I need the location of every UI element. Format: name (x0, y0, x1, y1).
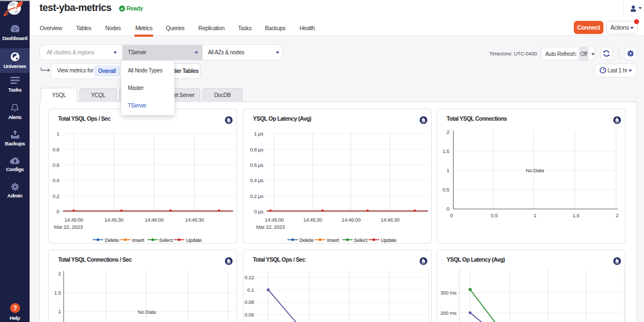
svg-text:?: ? (13, 304, 17, 312)
svg-text:0: 0 (57, 208, 59, 214)
svg-text:Mar 22, 2023: Mar 22, 2023 (54, 224, 82, 230)
svg-text:Insert: Insert (327, 237, 340, 243)
svg-text:Mar 22, 2023: Mar 22, 2023 (256, 224, 285, 230)
svg-text:14:46:30: 14:46:30 (381, 217, 400, 223)
svg-text:Update: Update (186, 237, 202, 243)
svg-text:300 ms: 300 ms (440, 290, 457, 296)
svg-text:0.12: 0.12 (245, 274, 254, 280)
svg-text:0.1: 0.1 (247, 287, 254, 293)
svg-text:Delete: Delete (300, 237, 314, 243)
svg-text:0 µs: 0 µs (254, 208, 263, 214)
svg-text:1.5: 1.5 (443, 148, 449, 154)
svg-text:14:46:30: 14:46:30 (185, 217, 204, 223)
svg-text:0.6: 0.6 (53, 162, 59, 168)
svg-text:0.8 µs: 0.8 µs (250, 146, 264, 152)
svg-text:0.4: 0.4 (53, 177, 59, 183)
svg-text:Update: Update (381, 237, 397, 243)
svg-text:1 µs: 1 µs (254, 131, 263, 137)
svg-text:1: 1 (57, 131, 59, 137)
svg-text:14:45:00: 14:45:00 (265, 217, 284, 223)
svg-text:Select: Select (354, 237, 368, 243)
svg-text:0.2 µs: 0.2 µs (250, 193, 264, 199)
svg-text:0.2: 0.2 (53, 193, 59, 199)
svg-text:0.5: 0.5 (443, 187, 449, 193)
svg-text:2: 2 (616, 212, 619, 218)
svg-text:2: 2 (58, 270, 61, 276)
svg-text:0.5: 0.5 (491, 212, 498, 218)
svg-text:0.8: 0.8 (53, 146, 59, 152)
svg-text:Select: Select (159, 237, 173, 243)
svg-text:14:45:30: 14:45:30 (104, 217, 123, 223)
svg-text:1.5: 1.5 (573, 212, 579, 218)
svg-text:No Data: No Data (138, 309, 156, 315)
svg-text:1: 1 (534, 212, 536, 218)
svg-text:0: 0 (450, 212, 453, 218)
svg-text:0.6 µs: 0.6 µs (250, 162, 264, 168)
svg-text:0.06: 0.06 (245, 312, 254, 318)
svg-text:0.4 µs: 0.4 µs (250, 177, 264, 183)
svg-text:14:45:00: 14:45:00 (64, 217, 83, 223)
svg-text:No Data: No Data (526, 167, 545, 173)
svg-text:Delete: Delete (105, 237, 119, 243)
svg-text:14:46:00: 14:46:00 (145, 217, 164, 223)
svg-text:1.5: 1.5 (54, 290, 61, 296)
svg-text:0: 0 (447, 206, 449, 212)
svg-text:14:46:00: 14:46:00 (342, 217, 361, 223)
svg-text:1: 1 (58, 308, 61, 314)
svg-text:Insert: Insert (132, 237, 145, 243)
svg-text:14:45:30: 14:45:30 (303, 217, 323, 223)
svg-text:200 ms: 200 ms (440, 310, 457, 316)
svg-text:2: 2 (447, 129, 449, 135)
svg-text:1: 1 (447, 167, 449, 173)
svg-text:0.08: 0.08 (245, 299, 254, 305)
